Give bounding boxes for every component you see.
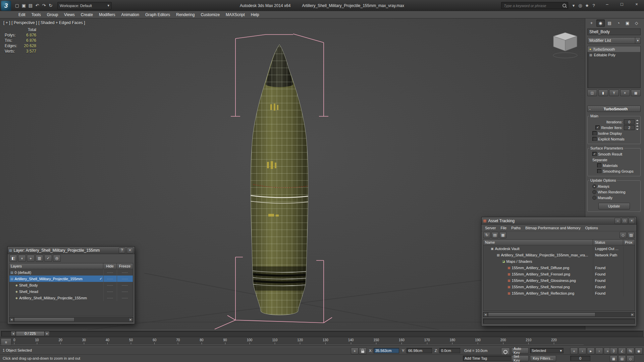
- y-coordinate-field[interactable]: 66.98cm: [407, 348, 432, 353]
- menu-item[interactable]: Tools: [29, 12, 44, 18]
- asset-dialog-titlebar[interactable]: ▦ Asset Tracking –□×: [482, 217, 636, 225]
- modifier-stack[interactable]: ● TurboSmooth ▧ Editable Poly: [587, 46, 641, 88]
- turbosmooth-rollout-header[interactable]: - TurboSmooth: [587, 106, 641, 112]
- asset-row[interactable]: ▣ Autodesk Vault Logged Out ...: [483, 245, 635, 252]
- asset-row[interactable]: ◪ Maps / Shaders: [483, 258, 635, 264]
- update-option-radio[interactable]: [592, 190, 596, 194]
- asset-row[interactable]: ▦ 155mm_Artillery_Shell_Reflection.png F…: [483, 290, 635, 296]
- freeze-toggle[interactable]: -----: [117, 276, 133, 282]
- key-filters-button[interactable]: Key Filters...: [530, 355, 556, 361]
- minimize-button[interactable]: –: [600, 0, 614, 8]
- menu-item[interactable]: Create: [78, 12, 96, 18]
- search-settings-icon[interactable]: ▾: [570, 2, 577, 9]
- set-current-layer-icon[interactable]: ✓: [44, 255, 52, 262]
- z-coordinate-field[interactable]: 0.0cm: [439, 348, 460, 353]
- menu-item[interactable]: Rendering: [173, 12, 198, 18]
- update-option-radio[interactable]: ●: [592, 184, 596, 188]
- asset-row[interactable]: ▦ 155mm_Artillery_Shell_Frensel.png Foun…: [483, 271, 635, 277]
- layer-row[interactable]: ◈ Shell_Body ----- -----: [9, 282, 133, 288]
- display-tab[interactable]: ▣: [623, 19, 632, 27]
- workspace-selector[interactable]: Workspace: Default ▾: [57, 2, 112, 9]
- menu-item[interactable]: Group: [44, 12, 61, 18]
- viewport-menu-view[interactable]: [ Perspective ]: [11, 20, 37, 25]
- asset-menu-item[interactable]: Bitmap Performance and Memory: [523, 226, 583, 230]
- maximize-button[interactable]: □: [614, 0, 629, 8]
- asset-menu-item[interactable]: File: [498, 226, 509, 230]
- application-menu-button[interactable]: 3: [1, 1, 11, 11]
- isoline-display-checkbox[interactable]: [592, 131, 597, 135]
- spinner-snap-icon[interactable]: ◉: [635, 348, 643, 354]
- layer-dialog-titlebar[interactable]: ▤ Layer: Artillery_Shell_Military_Projec…: [8, 247, 135, 254]
- filter-icon[interactable]: ▨: [628, 232, 635, 238]
- close-button[interactable]: ×: [629, 0, 644, 8]
- prev-frame-button[interactable]: ‹: [579, 348, 586, 354]
- iterations-spinner[interactable]: [636, 120, 639, 124]
- hide-toggle[interactable]: -----: [103, 276, 117, 282]
- isolate-selection-icon[interactable]: ▦: [610, 355, 618, 362]
- create-tab[interactable]: +: [587, 19, 596, 27]
- modifier-list-dropdown[interactable]: Modifier List ▾: [587, 37, 641, 44]
- save-file-icon[interactable]: ▤: [27, 2, 34, 9]
- absolute-mode-button[interactable]: +: [351, 348, 359, 354]
- hide-toggle[interactable]: -----: [103, 295, 117, 301]
- menu-item[interactable]: Animation: [118, 12, 142, 18]
- details-view-icon[interactable]: ▦: [499, 232, 506, 238]
- vault-settings-icon[interactable]: ◇: [620, 232, 627, 238]
- layers-column-header[interactable]: Layers: [9, 263, 103, 269]
- configure-modifier-sets-button[interactable]: ▦: [631, 89, 641, 96]
- display-filter-icon[interactable]: ▤: [618, 355, 626, 362]
- remove-modifier-button[interactable]: ×: [620, 89, 630, 96]
- modify-tab[interactable]: ◉: [596, 19, 605, 27]
- update-button[interactable]: Update: [598, 203, 630, 209]
- artillery-shell-model[interactable]: [241, 39, 319, 317]
- asset-horizontal-scrollbar[interactable]: ◄►: [483, 312, 635, 317]
- asset-menu-item[interactable]: Server: [483, 226, 498, 230]
- time-slider-track[interactable]: ◄ 0 / 225 ►: [1, 331, 643, 337]
- proxy-column-header[interactable]: Prox: [623, 240, 635, 245]
- help-icon[interactable]: ?: [590, 2, 597, 9]
- infocenter-search[interactable]: [501, 2, 568, 9]
- snap-toggle-icon[interactable]: 3: [610, 348, 618, 354]
- utilities-tab[interactable]: ◇: [632, 19, 641, 27]
- object-name-field[interactable]: Shell_Body: [587, 28, 641, 35]
- layer-horizontal-scrollbar[interactable]: ◄►: [9, 317, 133, 322]
- menu-item[interactable]: Edit: [15, 12, 29, 18]
- freeze-column-header[interactable]: Freeze: [117, 263, 133, 269]
- select-layer-objects-icon[interactable]: ▥: [36, 255, 43, 262]
- previous-frame-arrow[interactable]: ◄: [11, 331, 16, 336]
- layer-row[interactable]: ◈ Artillery_Shell_Military_Projectile_15…: [9, 295, 133, 301]
- layer-row[interactable]: ▤ 0 (default) ----- -----: [9, 269, 133, 276]
- name-column-header[interactable]: Name: [483, 240, 593, 245]
- search-input[interactable]: [503, 3, 561, 8]
- freeze-toggle[interactable]: -----: [117, 282, 133, 288]
- angle-snap-icon[interactable]: ∠: [618, 348, 626, 354]
- render-iters-checkbox[interactable]: ✓: [595, 125, 600, 130]
- freeze-toggle[interactable]: -----: [117, 288, 133, 295]
- hide-toggle[interactable]: -----: [103, 282, 117, 288]
- pin-stack-button[interactable]: ◫: [587, 89, 597, 96]
- current-frame-field[interactable]: 0: [570, 356, 590, 361]
- undo-icon[interactable]: ↶: [34, 2, 41, 9]
- help-button[interactable]: ?: [119, 247, 125, 253]
- close-button[interactable]: ×: [127, 247, 133, 253]
- modifier-icon[interactable]: ▧: [589, 53, 592, 57]
- motion-tab[interactable]: ◔: [614, 19, 623, 27]
- render-iters-spinner[interactable]: [636, 125, 639, 130]
- materials-checkbox[interactable]: [597, 163, 601, 168]
- create-layer-icon[interactable]: ◧: [9, 255, 17, 262]
- viewport-menu-plus[interactable]: [ + ]: [3, 20, 10, 25]
- asset-row[interactable]: ▦ 155mm_Artillery_Shell_Normal.png Found: [483, 284, 635, 290]
- smoothing-groups-checkbox[interactable]: [597, 169, 601, 173]
- asset-row[interactable]: ▤ Artillery_Shell_Military_Projectile_15…: [483, 252, 635, 258]
- menu-item[interactable]: Customize: [198, 12, 223, 18]
- percent-snap-icon[interactable]: %: [627, 348, 634, 354]
- asset-menu-item[interactable]: Options: [583, 226, 600, 230]
- new-scene-icon[interactable]: ▢: [14, 2, 20, 9]
- render-iters-field[interactable]: 2: [624, 125, 635, 130]
- play-button[interactable]: ►: [587, 348, 595, 354]
- refresh-icon[interactable]: ↻: [483, 232, 490, 238]
- x-coordinate-field[interactable]: 35.563cm: [374, 348, 399, 353]
- time-slider-handle[interactable]: 0 / 225: [16, 331, 45, 336]
- set-key-button[interactable]: Set Key: [511, 355, 529, 361]
- close-button[interactable]: ×: [629, 218, 635, 224]
